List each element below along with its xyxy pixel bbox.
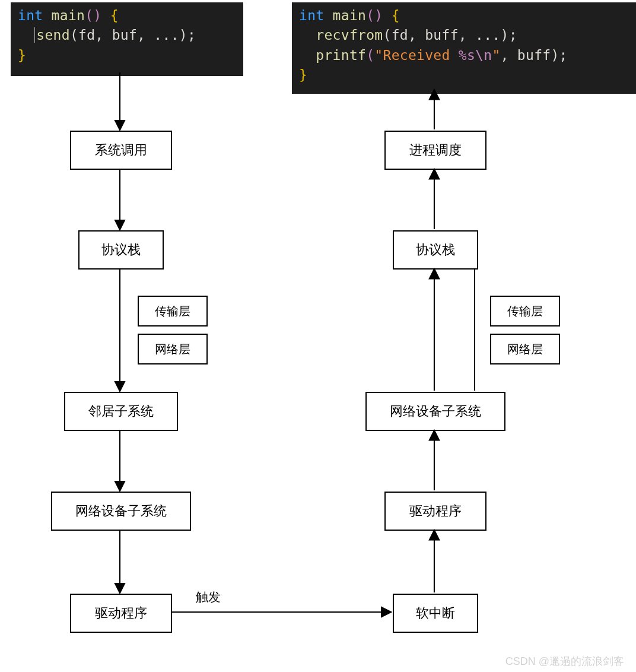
node-network-right: 网络层 [490,334,560,364]
label: 协议栈 [416,241,455,259]
node-driver-left: 驱动程序 [70,594,172,633]
brace-open: { [110,8,119,23]
fn-send: send [36,27,70,43]
args-printf: , buff) [501,47,559,63]
str-part1: "Received [374,47,458,63]
label: 传输层 [507,303,543,319]
node-transport-left: 传输层 [138,296,208,327]
label: 软中断 [416,604,455,622]
brace-open-r: { [392,8,400,23]
node-network-left: 网络层 [138,334,208,364]
semi2: ; [509,27,517,43]
edge-label-trigger: 触发 [196,589,221,606]
kw-int: int [18,8,43,23]
kw-int-r: int [299,8,324,23]
semi: ; [187,27,196,43]
node-stack-left: 协议栈 [78,230,164,270]
watermark: CSDN @邋遢的流浪剑客 [505,654,624,668]
node-stack-right: 协议栈 [393,230,478,270]
label: 邻居子系统 [88,402,154,420]
str-esc: %s\n [459,47,492,63]
node-netdev-left: 网络设备子系统 [51,492,191,531]
args-recvfrom: (fd, buff, ...) [383,27,508,43]
node-driver-right: 驱动程序 [384,492,486,531]
label: 网络层 [155,341,190,357]
label: 网络设备子系统 [75,502,167,520]
brace-close: } [18,47,26,63]
node-softirq: 软中断 [393,594,478,633]
fn-printf: printf [316,47,366,63]
node-netdev-right: 网络设备子系统 [365,392,505,431]
node-transport-right: 传输层 [490,296,560,327]
label: 传输层 [155,303,190,319]
fn-recvfrom: recvfrom [316,27,383,43]
label: 系统调用 [95,141,147,159]
label: 网络设备子系统 [390,402,481,420]
label: 进程调度 [409,141,462,159]
node-sched: 进程调度 [384,131,486,170]
paren-r: () [366,8,383,23]
label: 网络层 [507,341,543,357]
paren-open: ( [366,47,374,63]
label: 驱动程序 [409,502,462,520]
diagram-stage: int main() { send(fd, buf, ...); } int m… [0,0,636,672]
brace-close-r: } [299,67,307,83]
node-neighbor: 邻居子系统 [64,392,178,431]
label: 驱动程序 [95,604,147,622]
args-send: (fd, buf, ...) [70,27,187,43]
fn-main-r: main [333,8,367,23]
fn-main: main [52,8,85,23]
code-recv: int main() { recvfrom(fd, buff, ...); pr… [292,2,636,94]
node-syscall: 系统调用 [70,131,172,170]
str-part2: " [492,47,500,63]
label: 协议栈 [101,241,141,259]
code-send: int main() { send(fd, buf, ...); } [11,2,243,76]
semi3: ; [559,47,568,63]
paren: () [85,8,101,23]
